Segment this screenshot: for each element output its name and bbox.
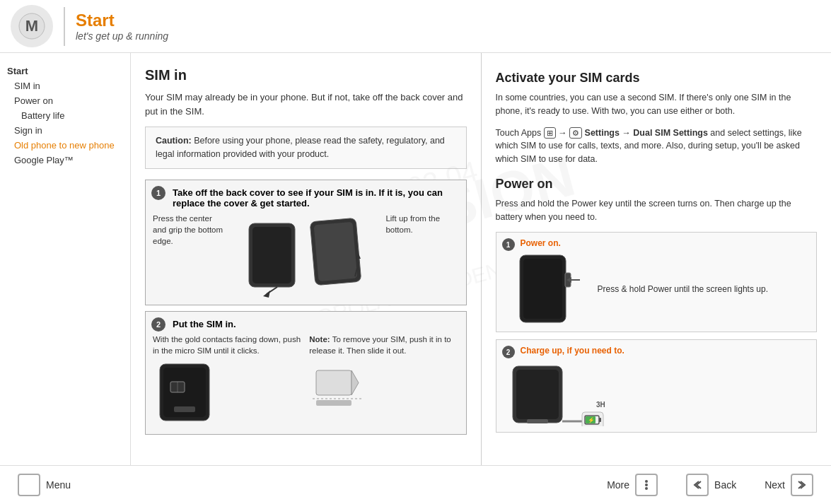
sidebar-item-start[interactable]: Start [7,64,123,78]
power-step1-number: 1 [502,238,515,251]
svg-rect-6 [252,227,291,283]
bottom-bar: Menu More Back Next [0,465,831,504]
power-step1-title: Power on. [521,238,811,248]
svg-point-37 [645,480,648,483]
back-button[interactable]: Back [679,470,743,500]
sim-step1-title: Take off the back cover to see if your S… [173,187,459,209]
svg-point-39 [645,487,648,490]
svg-rect-33 [599,418,601,422]
caution-box: Caution: Before using your phone, please… [145,127,467,169]
next-label: Next [765,479,785,491]
sidebar-item-battery-life[interactable]: Battery life [7,108,123,123]
sim-step2-content: With the gold contacts facing down, push… [153,334,459,427]
power-step1-desc: Press & hold Power until the screen ligh… [598,283,768,295]
right-buttons: More Back Next [600,470,820,500]
next-icon [791,474,813,496]
note-label: Note: [309,335,330,344]
content-area: SIM in Your SIM may already be in your p… [131,53,831,465]
header-divider [64,7,65,46]
back-label: Back [714,479,736,491]
sim-in-text: Your SIM may already be in your phone. B… [145,90,467,118]
activate-sim-text1: In some countries, you can use a second … [496,91,818,118]
sim-step2-box: 2 Put the SIM in. With the gold contacts… [145,311,467,435]
activate-sim-title: Activate your SIM cards [496,71,818,86]
charge-step2-number: 2 [502,346,515,358]
svg-rect-15 [174,406,195,412]
more-icon [635,474,658,496]
charge-step2-content: ⚡ 3H [506,359,811,426]
power-on-title: Power on [496,177,818,192]
svg-marker-8 [263,291,270,298]
svg-rect-28 [516,370,559,419]
activate-sim-text2: Touch Apps ⊞ → ⚙ Settings → Dual SIM Set… [496,127,818,166]
menu-button[interactable]: Menu [11,470,78,500]
sim-step2-left-text: With the gold contacts facing down, push… [153,334,302,356]
svg-text:M: M [25,17,38,35]
main-container: SUBMISSION 2014.02.04 MOTOROLA CONFIDENT… [0,53,831,465]
sim-step1-box: 1 Take off the back cover to see if your… [145,180,467,305]
motorola-logo: M [11,5,53,47]
header-text: Start let's get up & running [76,11,168,42]
caution-label: Caution: [156,136,192,146]
sidebar-item-sign-in[interactable]: Sign in [7,123,123,138]
sim-step1-number: 1 [151,186,165,200]
sidebar-item-old-phone[interactable]: Old phone to new phone [7,138,123,153]
svg-rect-21 [316,400,351,406]
back-icon [686,474,709,496]
sim-step1-right-text: Lift up from the bottom. [385,213,458,235]
menu-icon [18,474,40,496]
svg-rect-23 [523,259,562,319]
more-button[interactable]: More [600,470,665,500]
sidebar-item-power-on[interactable]: Power on [7,93,123,108]
svg-text:3H: 3H [596,401,605,409]
sim-step1-left-text: Press the center and grip the bottom edg… [153,213,226,247]
power-step1-box: 1 Power on. Press & hold Power until the… [496,232,818,332]
sidebar-item-sim-in[interactable]: SIM in [7,78,123,93]
sim-step2-number: 2 [151,317,165,332]
svg-text:⚡: ⚡ [588,416,595,423]
right-panel: Activate your SIM cards In some countrie… [482,53,832,465]
sim-step1-content: Press the center and grip the bottom edg… [153,213,459,298]
sim-step1-image [233,213,378,298]
note-text: To remove your SIM, push it in to releas… [309,335,451,355]
svg-point-38 [645,484,648,486]
svg-rect-18 [316,370,351,395]
power-on-text: Press and hold the Power key until the s… [496,197,818,224]
svg-rect-29 [527,419,548,423]
sidebar: Start SIM in Power on Battery life Sign … [0,53,131,465]
page-title: Start [76,11,168,30]
sidebar-item-google-play[interactable]: Google Play™ [7,153,123,168]
page-subtitle: let's get up & running [76,30,168,42]
svg-marker-19 [351,370,359,395]
header: M Start let's get up & running [0,0,831,53]
svg-rect-10 [314,221,358,281]
charge-step2-title: Charge up, if you need to. [521,346,811,356]
sim-step2-note: Note: To remove your SIM, push it in to … [309,334,458,356]
sim-in-title: SIM in [145,67,467,83]
charge-step2-box: 2 Charge up, if you need to. [496,339,818,433]
sim-step2-title: Put the SIM in. [173,319,459,329]
caution-text: Before using your phone, please read the… [156,136,445,159]
dual-sim-settings: Settings → Dual SIM Settings [585,128,708,138]
menu-label: Menu [46,479,71,491]
left-panel: SIM in Your SIM may already be in your p… [131,53,482,465]
power-step1-content: Press & hold Power until the screen ligh… [506,252,811,326]
more-label: More [607,479,629,491]
next-button[interactable]: Next [757,470,820,500]
